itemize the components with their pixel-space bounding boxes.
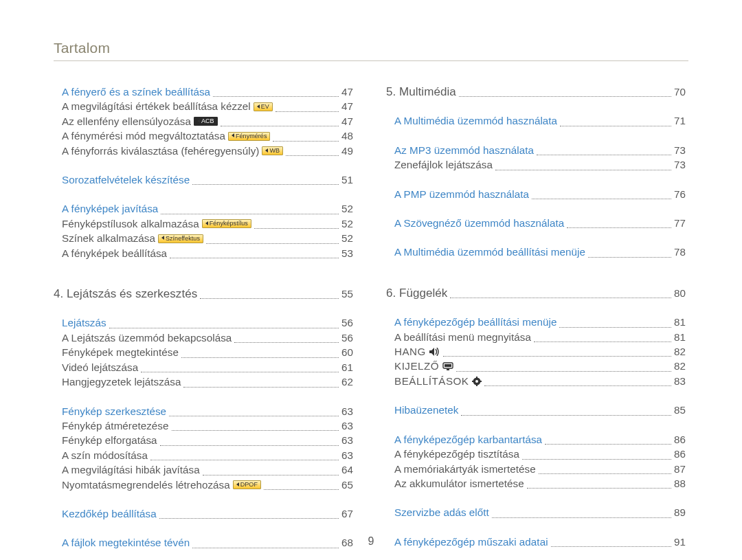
toc-entry: A szín módosítása63 bbox=[54, 448, 353, 462]
page-title: Tartalom bbox=[54, 0, 688, 61]
toc-entry[interactable]: A fényképezőgép karbantartása86 bbox=[386, 432, 686, 447]
toc-label: Fényképstílusok alkalmazásaFényképstílus bbox=[62, 216, 251, 231]
dot-leader bbox=[495, 164, 671, 170]
toc-entry[interactable]: A Szövegnéző üzemmód használata77 bbox=[386, 216, 686, 230]
dot-leader bbox=[456, 365, 671, 372]
dot-leader bbox=[264, 483, 339, 490]
toc-entry: Fényképstílusok alkalmazásaFényképstílus… bbox=[54, 216, 353, 231]
toc-page-number: 81 bbox=[674, 330, 686, 344]
toc-entry: Fénykép elforgatása63 bbox=[54, 433, 353, 447]
toc-label: Az ellenfény ellensúlyozásaACB bbox=[62, 114, 218, 128]
badge-text: Színeffektus bbox=[166, 235, 200, 242]
toc-page-number: 82 bbox=[674, 359, 686, 373]
badge-icon: ACB bbox=[194, 117, 218, 126]
toc-label: A fényképezőgép beállítási menüje bbox=[394, 315, 556, 329]
toc-entry[interactable]: 4. Lejátszás és szerkesztés55 bbox=[54, 287, 353, 301]
toc-entry[interactable]: Szervizbe adás előtt89 bbox=[386, 505, 686, 519]
toc-entry: A fénymérési mód megváltoztatásaFényméré… bbox=[54, 128, 353, 143]
svg-rect-8 bbox=[472, 381, 474, 382]
badge-icon: Fényképstílus bbox=[202, 219, 251, 228]
toc-label: A memóriakártyák ismertetése bbox=[394, 462, 536, 476]
toc-page-number: 61 bbox=[341, 360, 353, 374]
toc-entry[interactable]: Kezdőkép beállítása67 bbox=[54, 506, 353, 521]
toc-entry[interactable]: A PMP üzemmód használata76 bbox=[386, 187, 686, 201]
dot-leader bbox=[172, 424, 339, 431]
toc-column-right: 5. Multimédia70A Multimédia üzemmód hasz… bbox=[386, 85, 686, 560]
toc-entry[interactable]: 6. Függelék80 bbox=[386, 286, 686, 300]
toc-entry: Fénykép átméretezése63 bbox=[54, 418, 353, 433]
toc-entry[interactable]: Lejátszás56 bbox=[54, 315, 353, 330]
dot-leader bbox=[461, 409, 671, 416]
toc-label: Fényképek megtekintése bbox=[62, 345, 179, 359]
toc-entry[interactable]: A fényképezőgép beállítási menüje81 bbox=[386, 315, 686, 329]
toc-entry[interactable]: 5. Multimédia70 bbox=[386, 85, 686, 99]
svg-rect-9 bbox=[480, 381, 482, 382]
toc-entry: BEÁLLÍTÁSOK83 bbox=[386, 374, 686, 388]
toc-page-number: 81 bbox=[674, 315, 686, 329]
dot-leader bbox=[273, 135, 339, 142]
toc-label: A fényforrás kiválasztása (fehéregyensúl… bbox=[62, 144, 283, 158]
toc-page-number: 56 bbox=[341, 315, 353, 330]
svg-marker-0 bbox=[429, 348, 434, 356]
badge-text: DPOF bbox=[240, 481, 258, 488]
toc-entry: Nyomtatásmegrendelés létrehozásaDPOF65 bbox=[54, 478, 353, 492]
gear-icon bbox=[472, 377, 482, 386]
dot-leader bbox=[192, 178, 339, 185]
toc-entry[interactable]: Az MP3 üzemmód használata73 bbox=[386, 143, 686, 157]
toc-entry[interactable]: Fénykép szerkesztése63 bbox=[54, 404, 353, 418]
dot-leader bbox=[522, 452, 671, 459]
toc-label: Kezdőkép beállítása bbox=[62, 506, 157, 521]
toc-page-number: 78 bbox=[674, 245, 686, 259]
toc-entry[interactable]: A Multimédia üzemmód használata71 bbox=[386, 113, 686, 128]
dot-leader bbox=[159, 512, 339, 519]
speaker-icon bbox=[429, 348, 440, 356]
dot-leader bbox=[567, 221, 671, 228]
toc-label: Az MP3 üzemmód használata bbox=[394, 143, 534, 157]
toc-label: 6. Függelék bbox=[386, 286, 447, 300]
toc-entry[interactable]: Sorozatfelvételek készítése51 bbox=[54, 172, 353, 187]
dot-leader bbox=[484, 379, 671, 386]
toc-entry: Videó lejátszása61 bbox=[54, 360, 353, 374]
toc-page-number: 55 bbox=[341, 287, 353, 301]
toc-entry[interactable]: A fényerő és a színek beállítása47 bbox=[54, 85, 353, 99]
toc-entry: KIJELZŐ82 bbox=[386, 359, 686, 373]
toc-label: A fényképek beállítása bbox=[62, 246, 167, 260]
toc-entry: Hangjegyzetek lejátszása62 bbox=[54, 374, 353, 389]
dot-leader bbox=[459, 90, 671, 97]
toc-page-number: 65 bbox=[341, 478, 353, 492]
toc-page-number: 64 bbox=[341, 462, 353, 477]
dot-leader bbox=[532, 192, 671, 199]
dot-leader bbox=[200, 292, 339, 299]
toc-page-number: 80 bbox=[674, 286, 686, 300]
dot-leader bbox=[254, 222, 339, 229]
toc-entry[interactable]: A Multimédia üzemmód beállítási menüje78 bbox=[386, 245, 686, 259]
toc-page-number: 73 bbox=[674, 157, 686, 172]
toc-page-number: 86 bbox=[674, 432, 686, 447]
toc-entry[interactable]: Hibaüzenetek85 bbox=[386, 403, 686, 417]
toc-label: A szín módosítása bbox=[62, 448, 148, 462]
toc-label: Fénykép átméretezése bbox=[62, 418, 169, 433]
toc-label: Lejátszás bbox=[62, 315, 106, 330]
dot-leader bbox=[160, 439, 339, 446]
svg-point-5 bbox=[475, 380, 478, 383]
dot-leader bbox=[109, 322, 339, 328]
page: Tartalom A fényerő és a színek beállítás… bbox=[0, 0, 742, 560]
toc-label: Fénykép szerkesztése bbox=[62, 404, 166, 418]
dot-leader bbox=[539, 467, 671, 474]
toc-label: Sorozatfelvételek készítése bbox=[62, 172, 190, 187]
badge-icon: DPOF bbox=[233, 480, 261, 489]
badge-text: ACB bbox=[201, 117, 214, 124]
toc-label: A megvilágítási értékek beállítása kézze… bbox=[62, 99, 273, 113]
toc-entry[interactable]: A fényképek javítása52 bbox=[54, 201, 353, 216]
dot-leader bbox=[286, 149, 339, 156]
badge-text: Fényképstílus bbox=[210, 220, 248, 227]
toc-page-number: 63 bbox=[341, 418, 353, 433]
dot-leader bbox=[141, 366, 339, 372]
toc-label: A megvilágítási hibák javítása bbox=[62, 462, 200, 477]
dot-leader bbox=[170, 251, 339, 258]
dot-leader bbox=[560, 120, 671, 126]
dot-leader bbox=[213, 90, 339, 97]
toc-entry: A beállítási menü megnyitása81 bbox=[386, 330, 686, 344]
toc-page-number: 76 bbox=[674, 187, 686, 201]
toc-label: Zenefájlok lejátszása bbox=[394, 157, 493, 172]
